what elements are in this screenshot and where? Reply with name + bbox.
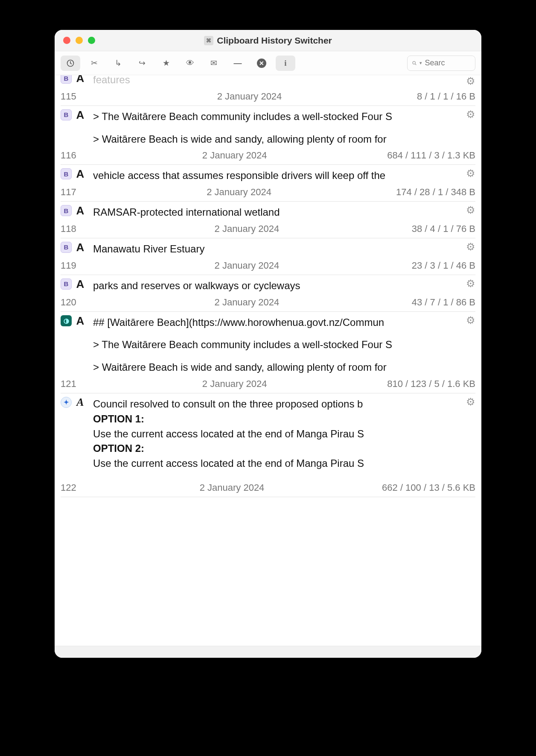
traffic-lights	[55, 37, 95, 44]
clock-icon	[66, 59, 75, 67]
search-icon	[412, 60, 417, 67]
svg-point-1	[413, 61, 415, 64]
list-item[interactable]: ◑ A ## [Waitārere Beach](https://www.hor…	[61, 312, 475, 393]
app-icon: ⌘	[204, 36, 213, 45]
clip-meta: 117 2 January 2024 174 / 28 / 1 / 348 B	[61, 187, 475, 199]
gear-icon[interactable]: ⚙	[466, 75, 475, 87]
text-type-icon: A	[75, 168, 85, 179]
clip-date: 2 January 2024	[90, 187, 396, 198]
source-app-icon: B	[61, 75, 72, 84]
clip-index: 119	[61, 260, 90, 271]
x-circle-icon: ✕	[257, 59, 266, 68]
gear-icon[interactable]: ⚙	[466, 204, 475, 216]
redo-down-button[interactable]: ↳	[108, 56, 128, 71]
window-title-text: Clipboard History Switcher	[217, 35, 332, 46]
info-icon: i	[284, 59, 286, 68]
clip-stats: 684 / 111 / 3 / 1.3 KB	[387, 150, 475, 161]
titlebar: ⌘ Clipboard History Switcher	[55, 30, 481, 51]
clear-button[interactable]: ✕	[252, 56, 271, 71]
gear-icon[interactable]: ⚙	[466, 314, 475, 326]
clip-stats: 43 / 7 / 1 / 86 B	[412, 297, 475, 308]
history-button[interactable]	[61, 56, 80, 71]
source-app-icon: B	[61, 109, 72, 120]
clip-stats: 662 / 100 / 13 / 5.6 KB	[382, 482, 475, 493]
clip-date: 2 January 2024	[90, 91, 417, 102]
app-window: ⌘ Clipboard History Switcher ✂ ↳ ↪ ★ 👁 ✉…	[55, 30, 481, 658]
close-window-button[interactable]	[63, 37, 70, 44]
cut-button[interactable]: ✂	[84, 56, 104, 71]
text-type-icon: A	[75, 75, 85, 84]
window-title: ⌘ Clipboard History Switcher	[55, 35, 481, 46]
minimize-button[interactable]: —	[228, 56, 248, 71]
list-item[interactable]: B A features ⚙ 115 2 January 2024 8 / 1 …	[61, 75, 475, 106]
clip-date: 2 January 2024	[90, 378, 387, 390]
text-type-icon: A	[75, 205, 85, 216]
clip-date: 2 January 2024	[90, 260, 412, 271]
clip-stats: 38 / 4 / 1 / 76 B	[412, 223, 475, 234]
clip-meta: 122 2 January 2024 662 / 100 / 13 / 5.6 …	[61, 482, 475, 494]
clip-index: 118	[61, 223, 90, 234]
clip-index: 122	[61, 482, 90, 493]
chevron-down-icon: ▾	[419, 60, 422, 66]
gear-icon[interactable]: ⚙	[466, 167, 475, 179]
list-item[interactable]: ✦ A Council resolved to consult on the t…	[61, 393, 475, 497]
richtext-type-icon: A	[75, 397, 85, 408]
minus-icon: —	[234, 59, 242, 68]
text-type-icon: A	[75, 109, 85, 120]
search-field[interactable]: ▾	[407, 56, 475, 71]
eye-icon: 👁	[186, 59, 194, 68]
minimize-window-button[interactable]	[76, 37, 83, 44]
gear-icon[interactable]: ⚙	[466, 108, 475, 120]
text-type-icon: A	[75, 278, 85, 290]
clip-meta: 118 2 January 2024 38 / 4 / 1 / 76 B	[61, 223, 475, 235]
zoom-window-button[interactable]	[88, 37, 95, 44]
scissors-icon: ✂	[91, 58, 98, 68]
clip-meta: 116 2 January 2024 684 / 111 / 3 / 1.3 K…	[61, 150, 475, 162]
clip-index: 116	[61, 150, 90, 161]
list-item[interactable]: B A Manawatu River Estuary ⚙ 119 2 Janua…	[61, 238, 475, 275]
clip-stats: 23 / 3 / 1 / 46 B	[412, 260, 475, 271]
source-app-icon: B	[61, 205, 72, 216]
clip-stats: 810 / 123 / 5 / 1.6 KB	[387, 378, 475, 390]
arrow-curve-right-icon: ↪	[139, 58, 146, 68]
clip-date: 2 January 2024	[90, 297, 412, 308]
clip-preview: parks and reserves or walkways or cyclew…	[93, 278, 475, 293]
clip-meta: 115 2 January 2024 8 / 1 / 1 / 16 B	[61, 91, 475, 103]
list-item[interactable]: B A vehicle access that assumes responsi…	[61, 165, 475, 202]
gear-icon[interactable]: ⚙	[466, 396, 475, 408]
list-item[interactable]: B A RAMSAR-protected international wetla…	[61, 202, 475, 238]
arrow-down-right-icon: ↳	[115, 58, 122, 68]
gear-icon[interactable]: ⚙	[466, 241, 475, 253]
search-input[interactable]	[425, 59, 471, 67]
clip-preview: RAMSAR-protected international wetland	[93, 205, 475, 220]
envelope-icon: ✉	[210, 58, 217, 68]
clip-preview: > The Waitārere Beach community includes…	[93, 109, 475, 147]
clip-meta: 121 2 January 2024 810 / 123 / 5 / 1.6 K…	[61, 378, 475, 390]
preview-button[interactable]: 👁	[180, 56, 200, 71]
gear-icon[interactable]: ⚙	[466, 278, 475, 290]
text-type-icon: A	[75, 242, 85, 253]
info-button[interactable]: i	[276, 56, 295, 71]
source-app-icon: B	[61, 168, 72, 179]
clip-preview: features	[93, 75, 475, 88]
clip-date: 2 January 2024	[90, 482, 382, 493]
source-app-icon: ◑	[61, 315, 72, 326]
clip-index: 121	[61, 378, 90, 390]
mail-button[interactable]: ✉	[204, 56, 224, 71]
source-app-icon: B	[61, 278, 72, 290]
clip-index: 115	[61, 91, 90, 102]
clip-date: 2 January 2024	[90, 223, 412, 234]
clipboard-list[interactable]: B A features ⚙ 115 2 January 2024 8 / 1 …	[55, 75, 481, 646]
source-app-icon: ✦	[61, 397, 72, 408]
redo-button[interactable]: ↪	[132, 56, 152, 71]
clip-preview: vehicle access that assumes responsible …	[93, 168, 475, 183]
clip-preview: Manawatu River Estuary	[93, 242, 475, 257]
clip-preview: Council resolved to consult on the three…	[93, 397, 475, 471]
list-item[interactable]: B A > The Waitārere Beach community incl…	[61, 106, 475, 165]
clip-index: 117	[61, 187, 90, 198]
list-item[interactable]: B A parks and reserves or walkways or cy…	[61, 275, 475, 312]
clip-meta: 120 2 January 2024 43 / 7 / 1 / 86 B	[61, 297, 475, 309]
clip-stats: 8 / 1 / 1 / 16 B	[417, 91, 475, 102]
clip-preview: ## [Waitārere Beach](https://www.horowhe…	[93, 315, 475, 375]
favorite-button[interactable]: ★	[156, 56, 176, 71]
